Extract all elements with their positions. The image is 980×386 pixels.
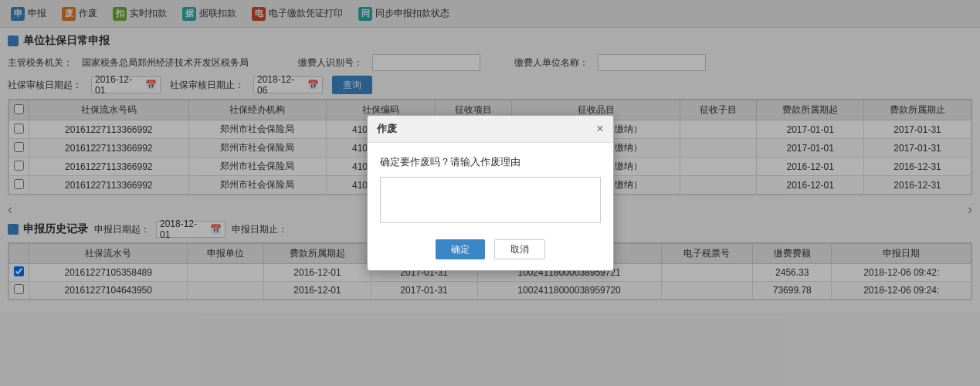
dialog-footer: 确定 取消	[368, 232, 613, 270]
dialog-close-button[interactable]: ×	[596, 123, 603, 135]
dialog-title: 作废	[377, 122, 397, 136]
dialog-message: 确定要作废吗？请输入作废理由	[380, 155, 601, 169]
dialog-reason-input[interactable]	[380, 177, 601, 223]
dialog: 作废 × 确定要作废吗？请输入作废理由 确定 取消	[367, 115, 614, 271]
dialog-overlay: 作废 × 确定要作废吗？请输入作废理由 确定 取消	[0, 0, 980, 386]
dialog-header: 作废 ×	[368, 116, 613, 143]
dialog-confirm-button[interactable]: 确定	[436, 239, 485, 259]
dialog-cancel-button[interactable]: 取消	[494, 239, 545, 259]
dialog-body: 确定要作废吗？请输入作废理由	[368, 143, 613, 232]
